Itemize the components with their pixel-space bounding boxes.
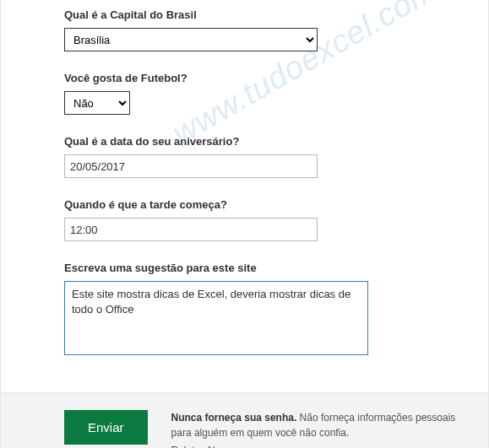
report-abuse-link[interactable]: Relatar Abuso	[171, 443, 235, 448]
label-futebol: Você gosta de Futebol?	[64, 72, 425, 84]
form-area: Qual é a Capital do Brasil Brasília Você…	[1, 0, 488, 392]
label-sugestao: Escreva uma sugestão para este site	[64, 262, 425, 274]
input-aniversario[interactable]	[64, 154, 318, 178]
label-tarde: Quando é que a tarde começa?	[64, 198, 425, 211]
footer: Enviar Nunca forneça sua senha. Não forn…	[1, 392, 488, 448]
footer-warning-bold: Nunca forneça sua senha.	[171, 412, 297, 424]
form-container: www.tudoexcel.com.br Qual é a Capital do…	[0, 0, 489, 448]
field-aniversario: Qual é a data do seu aniversário?	[64, 135, 425, 178]
select-capital[interactable]: Brasília	[64, 28, 318, 51]
field-capital: Qual é a Capital do Brasil Brasília	[64, 8, 425, 51]
field-futebol: Você gosta de Futebol? Não	[64, 72, 425, 115]
label-capital: Qual é a Capital do Brasil	[64, 8, 425, 21]
select-futebol[interactable]: Não	[64, 91, 130, 115]
label-aniversario: Qual é a data do seu aniversário?	[64, 135, 425, 148]
field-sugestao: Escreva uma sugestão para este site	[64, 262, 425, 359]
field-tarde: Quando é que a tarde começa?	[64, 198, 425, 241]
textarea-sugestao[interactable]	[64, 281, 368, 355]
submit-button[interactable]: Enviar	[64, 410, 148, 445]
footer-warning: Nunca forneça sua senha. Não forneça inf…	[171, 410, 461, 448]
input-tarde[interactable]	[64, 218, 318, 241]
